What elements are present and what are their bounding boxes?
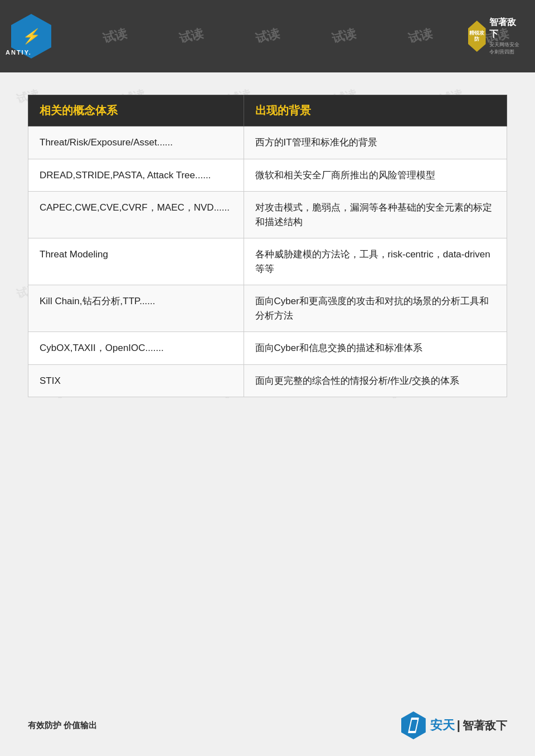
cell-left-6: STIX bbox=[28, 364, 244, 397]
right-title: 智著敌下 bbox=[489, 17, 524, 40]
cell-right-4: 面向Cyber和更高强度的攻击和对抗的场景的分析工具和分析方法 bbox=[244, 285, 507, 332]
table-row: Threat Modeling各种威胁建模的方法论，工具，risk-centri… bbox=[28, 238, 507, 285]
table-row: Kill Chain,钻石分析,TTP......面向Cyber和更高强度的攻击… bbox=[28, 285, 507, 332]
right-logo: 精锐攻防 智著敌下 安天网络安全令刺营四图 bbox=[468, 17, 524, 56]
cell-left-2: CAPEC,CWE,CVE,CVRF，MAEC，NVD...... bbox=[28, 192, 244, 238]
footer: 有效防护 价值输出 安天 | 智著敌下 bbox=[28, 711, 507, 739]
footer-brand-block: 安天 | 智著敌下 bbox=[430, 717, 507, 734]
right-logo-badge: 精锐攻防 bbox=[468, 29, 486, 43]
cell-left-4: Kill Chain,钻石分析,TTP...... bbox=[28, 285, 244, 332]
watermark-5: 试读 bbox=[330, 25, 358, 47]
table-row: STIX面向更完整的综合性的情报分析/作业/交换的体系 bbox=[28, 364, 507, 397]
footer-logo-hex bbox=[401, 711, 426, 739]
col1-header: 相关的概念体系 bbox=[28, 95, 244, 126]
watermark-6: 试读 bbox=[406, 25, 434, 47]
logo-inner: ⚡ bbox=[18, 21, 45, 52]
right-logo-text-block: 智著敌下 安天网络安全令刺营四图 bbox=[489, 17, 524, 56]
logo-text: ANTIY. bbox=[6, 49, 32, 56]
watermark-3: 试读 bbox=[177, 25, 205, 47]
right-logo-hex: 精锐攻防 bbox=[468, 21, 486, 52]
right-subtitle: 安天网络安全令刺营四图 bbox=[489, 41, 524, 56]
cell-right-3: 各种威胁建模的方法论，工具，risk-centric，data-driven等等 bbox=[244, 238, 507, 285]
cell-left-0: Threat/Risk/Exposure/Asset...... bbox=[28, 126, 244, 159]
concept-table: 相关的概念体系 出现的背景 Threat/Risk/Exposure/Asset… bbox=[28, 95, 507, 397]
cell-left-1: DREAD,STRIDE,PASTA, Attack Tree...... bbox=[28, 159, 244, 192]
logo-area: ⚡ ANTIY. bbox=[11, 14, 51, 58]
footer-divider: | bbox=[457, 718, 460, 733]
footer-right: 安天 | 智著敌下 bbox=[401, 711, 507, 739]
cell-right-2: 对攻击模式，脆弱点，漏洞等各种基础的安全元素的标定和描述结构 bbox=[244, 192, 507, 238]
watermark-4: 试读 bbox=[254, 25, 281, 47]
table-row: CybOX,TAXII，OpenIOC.......面向Cyber和信息交换的描… bbox=[28, 332, 507, 365]
cell-left-3: Threat Modeling bbox=[28, 238, 244, 285]
cell-right-0: 西方的IT管理和标准化的背景 bbox=[244, 126, 507, 159]
cell-right-1: 微软和相关安全厂商所推出的风险管理模型 bbox=[244, 159, 507, 192]
logo-bolt-icon: ⚡ bbox=[21, 28, 41, 45]
table-row: DREAD,STRIDE,PASTA, Attack Tree......微软和… bbox=[28, 159, 507, 192]
footer-left-text: 有效防护 价值输出 bbox=[28, 720, 97, 731]
header-watermarks: 试读 试读 试读 试读 试读 试读 试读 bbox=[0, 0, 535, 72]
footer-brand: 安天 bbox=[430, 717, 455, 734]
footer-logo-inner-icon bbox=[406, 715, 421, 735]
col2-header: 出现的背景 bbox=[244, 95, 507, 126]
main-content: 试读 试读 试读 试读 试读 试读 试读 试读 试读 试读 试读 试读 试读 试… bbox=[0, 72, 535, 414]
table-row: CAPEC,CWE,CVE,CVRF，MAEC，NVD......对攻击模式，脆… bbox=[28, 192, 507, 238]
header: 试读 试读 试读 试读 试读 试读 试读 ⚡ ANTIY. 精锐攻防 智著敌下 … bbox=[0, 0, 535, 72]
cell-right-6: 面向更完整的综合性的情报分析/作业/交换的体系 bbox=[244, 364, 507, 397]
header-right: 精锐攻防 智著敌下 安天网络安全令刺营四图 bbox=[468, 17, 524, 56]
cell-left-5: CybOX,TAXII，OpenIOC....... bbox=[28, 332, 244, 365]
footer-brand-sub: 智著敌下 bbox=[463, 718, 507, 733]
table-row: Threat/Risk/Exposure/Asset......西方的IT管理和… bbox=[28, 126, 507, 159]
cell-right-5: 面向Cyber和信息交换的描述和标准体系 bbox=[244, 332, 507, 365]
watermark-2: 试读 bbox=[101, 25, 129, 47]
